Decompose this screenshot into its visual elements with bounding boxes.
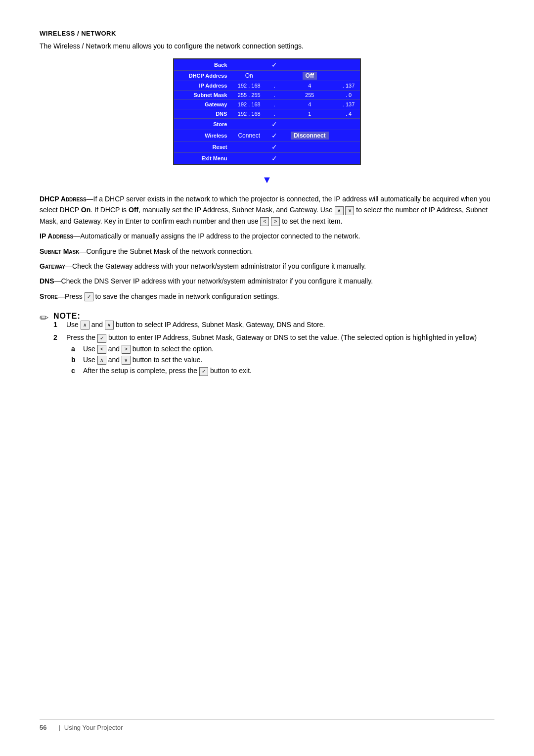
- desc-gateway: Gateway—Check the Gateway address with y…: [40, 261, 494, 272]
- enter-btn-icon: ✓: [97, 334, 106, 343]
- menu-row-reset: Reset ✓: [174, 142, 360, 153]
- note-sub-list: a Use < and > button to select the optio…: [66, 345, 477, 376]
- menu-row-subnet: Subnet Mask 255 . 255 . 255 . 0: [174, 91, 360, 100]
- intro-text: The Wireless / Network menu allows you t…: [40, 41, 494, 51]
- menu-row-exit: Exit Menu ✓: [174, 153, 360, 164]
- left-btn-icon: <: [97, 345, 106, 354]
- down-btn-icon: ∨: [105, 321, 114, 330]
- sub-text-c: After the setup is complete, press the ✓…: [83, 367, 252, 376]
- desc-dhcp: DHCP Address—If a DHCP server exists in …: [40, 193, 494, 227]
- down-btn2-icon: ∨: [122, 356, 131, 365]
- right-btn-icon: >: [122, 345, 131, 354]
- menu-row-dhcp: DHCP Address On Off: [174, 71, 360, 81]
- descriptions-section: DHCP Address—If a DHCP server exists in …: [40, 193, 494, 302]
- sub-label-b: b: [71, 356, 79, 364]
- menu-row-ip: IP Address 192 . 168 . 4 . 137: [174, 81, 360, 91]
- sub-label-a: a: [71, 345, 79, 353]
- menu-container: Back ✓ DHCP Address On Off IP Address 19…: [173, 58, 361, 165]
- up-btn-icon: ∧: [81, 321, 89, 330]
- note-sub-a: a Use < and > button to select the optio…: [71, 345, 477, 354]
- page-separator: |: [58, 724, 60, 731]
- enter-icon: ✓: [85, 292, 93, 301]
- menu-bottom-arrow: ▼: [173, 175, 361, 185]
- note-section: ✏ NOTE: 1 Use ∧ and ∨ button to select I…: [40, 312, 494, 381]
- note-sub-b: b Use ∧ and ∨ button to set the value.: [71, 356, 477, 365]
- sub-label-c: c: [71, 367, 79, 375]
- page-number: 56: [40, 724, 46, 731]
- menu-row-store: Store ✓: [174, 119, 360, 130]
- note-item-1: 1 Use ∧ and ∨ button to select IP Addres…: [53, 321, 477, 330]
- right-arrow-icon: >: [271, 217, 280, 226]
- note-sub-c: c After the setup is complete, press the…: [71, 367, 477, 376]
- menu-row-wireless: Wireless Connect ✓ Disconnect: [174, 130, 360, 142]
- note-item-2: 2 Press the ✓ button to enter IP Address…: [53, 333, 477, 378]
- section-title: WIRELESS / NETWORK: [40, 30, 494, 37]
- note-item-1-num: 1: [53, 321, 62, 329]
- menu-row-dns: DNS 192 . 168 . 1 . 4: [174, 109, 360, 119]
- desc-subnet: Subnet Mask—Configure the Subnet Mask of…: [40, 246, 494, 257]
- note-label: NOTE:: [53, 312, 477, 321]
- note-item-2-content: Press the ✓ button to enter IP Address, …: [66, 333, 477, 378]
- exit-btn-icon: ✓: [199, 367, 208, 376]
- note-item-2-text: Press the ✓ button to enter IP Address, …: [66, 333, 477, 341]
- menu-row-back: Back ✓: [174, 59, 360, 71]
- up-arrow-icon: ∧: [335, 206, 344, 215]
- sub-text-a: Use < and > button to select the option.: [83, 345, 214, 354]
- note-content: NOTE: 1 Use ∧ and ∨ button to select IP …: [53, 312, 477, 381]
- up-btn2-icon: ∧: [97, 356, 106, 365]
- down-arrow-icon: ∨: [345, 206, 354, 215]
- desc-store: Store—Press ✓ to save the changes made i…: [40, 291, 494, 302]
- desc-dns: DNS—Check the DNS Server IP address with…: [40, 276, 494, 286]
- menu-row-gateway: Gateway 192 . 168 . 4 . 137: [174, 100, 360, 109]
- note-item-2-num: 2: [53, 333, 62, 341]
- note-item-1-text: Use ∧ and ∨ button to select IP Address,…: [66, 321, 325, 330]
- left-arrow-icon: <: [260, 217, 269, 226]
- note-pencil-icon: ✏: [40, 313, 48, 324]
- note-list: 1 Use ∧ and ∨ button to select IP Addres…: [53, 321, 477, 378]
- page-footer: 56 | Using Your Projector: [40, 719, 494, 731]
- desc-ip: IP Address—Automatically or manually ass…: [40, 231, 494, 241]
- sub-text-b: Use ∧ and ∨ button to set the value.: [83, 356, 202, 365]
- page-text: Using Your Projector: [64, 724, 123, 731]
